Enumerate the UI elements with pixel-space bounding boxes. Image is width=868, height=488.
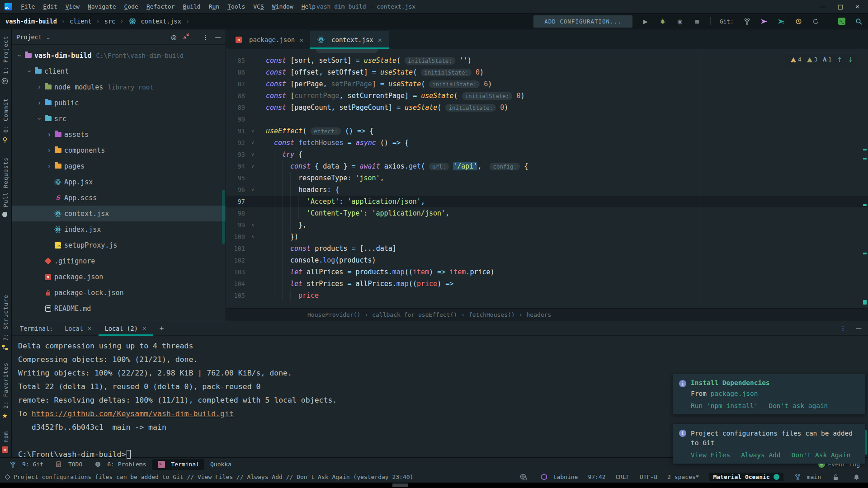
run-with-coverage-icon[interactable]: ◉ [676,17,684,25]
code-line-105[interactable]: 105price [226,290,868,301]
notification-action[interactable]: Run 'npm install' [691,402,758,409]
fold-marker-icon[interactable]: ∧ [248,219,258,231]
readonly-toggle[interactable] [831,474,842,480]
tree-chevron-icon[interactable]: › [15,52,24,60]
code-line-98[interactable]: 98'Content-Type': 'application/json', [226,207,868,219]
tool-stripe-npm[interactable]: npmn [0,431,11,453]
tree-chevron-icon[interactable]: › [45,146,53,155]
notification-card[interactable]: iInstall DependenciesFrom package.jsonRu… [673,374,865,414]
ai-assistant[interactable] [519,474,530,480]
breadcrumb-item[interactable]: vash-dim-build [5,18,57,25]
fold-marker-icon[interactable]: ∨ [248,125,258,137]
terminal-tab-local[interactable]: Local× [58,321,99,336]
notification-action[interactable]: Always Add [741,451,780,459]
terminal-hide-icon[interactable]: — [856,325,862,332]
rollback-icon[interactable] [811,17,820,25]
search-everywhere-icon[interactable] [854,17,863,25]
code-line-97[interactable]: 97'Accept': 'application/json', [226,196,868,207]
tool-stripe-1-project[interactable]: 1: Project [0,36,11,84]
code-line-87[interactable]: 87const [perPage, setPerPage] = useState… [226,78,868,90]
code-line-100[interactable]: 100∧}) [226,231,868,243]
code-line-92[interactable]: 92∨const fetchHouses = async () => { [226,137,868,149]
tool-stripe-pull-requests[interactable]: Pull Requests [0,157,11,217]
menu-edit[interactable]: Edit [39,3,61,10]
code-line-102[interactable]: 102console.log(products) [226,254,868,266]
project-panel-title[interactable]: Project [16,33,42,41]
minimize-button[interactable]: — [820,3,826,10]
menu-file[interactable]: File [17,3,39,10]
menu-window[interactable]: Window [268,3,297,10]
tabnine[interactable]: tabnine [540,474,578,480]
breadcrumb-item[interactable]: context.jsx [141,18,181,25]
code-line-104[interactable]: 104let strPrices = allPrices.map((price)… [226,278,868,290]
menu-tools[interactable]: Tools [223,3,249,10]
notification-action[interactable]: Don't Ask Again [792,451,851,459]
add-configuration-button[interactable]: ADD CONFIGURATION... [533,15,632,28]
menu-code[interactable]: Code [120,3,142,10]
terminal-link[interactable]: https://github.com/Keysamm/vash-dim-buil… [32,409,234,418]
status-message[interactable]: Project configurations files can be adde… [5,474,413,480]
code-line-90[interactable]: 90 [226,113,868,125]
tree-item-client[interactable]: ›client [12,63,226,79]
menu-refactor[interactable]: Refactor [142,3,179,10]
tool-stripe-2-favorites[interactable]: 2: Favorites★ [0,362,11,419]
editor-tab-package-json[interactable]: npackage.json× [228,31,310,49]
stop-icon[interactable]: ■ [693,17,701,25]
tree-item-index-jsx[interactable]: index.jsx [12,221,226,237]
tree-item-package-json[interactable]: npackage.json [12,269,226,285]
menu-run[interactable]: Run [205,3,223,10]
breadcrumb-item[interactable]: src [104,18,115,25]
tree-item-pages[interactable]: ›pages [12,158,226,174]
tree-item-package-lock-json[interactable]: package-lock.json [12,285,226,300]
tree-item-src[interactable]: ›src [12,111,226,127]
terminal-tab-local-2-[interactable]: Local (2)× [99,321,153,336]
notification-card[interactable]: iProject configurations files can be add… [673,424,865,464]
tree-chevron-icon[interactable]: › [35,99,43,107]
fold-marker-icon[interactable]: ∨ [248,137,258,149]
collapse-panel-icon[interactable] [183,33,189,41]
theme[interactable]: Material Oceanic [709,473,783,481]
tree-item--gitignore[interactable]: .gitignore [12,253,226,269]
notification-action[interactable]: Don't ask again [769,402,828,409]
code-line-103[interactable]: 103let allPrices = products.map((item) =… [226,266,868,278]
tree-item-public[interactable]: ›public [12,95,226,111]
fold-marker-icon[interactable]: ∨ [248,149,258,160]
close-tab-icon[interactable]: × [377,37,382,43]
close-tab-icon[interactable]: × [87,325,92,332]
code-breadcrumb-item[interactable]: callback for useEffect() [372,311,457,318]
locate-file-icon[interactable]: ◎ [171,33,176,41]
code-line-86[interactable]: 86const [offset, setOffset] = useState( … [226,66,868,78]
code-line-88[interactable]: 88const [currentPage, setCurrentPage] = … [226,90,868,102]
menu-build[interactable]: Build [179,3,205,10]
terminal-options-kebab-icon[interactable]: ⋮ [840,325,846,332]
code-line-89[interactable]: 89const [pageCount, setPageCount] = useS… [226,102,868,113]
breadcrumb-item[interactable]: client [70,18,92,25]
close-button[interactable]: × [855,3,860,10]
tree-chevron-icon[interactable]: › [45,131,53,139]
project-scrollbar[interactable] [222,190,225,244]
code-line-95[interactable]: 95responseType: 'json', [226,172,868,184]
code-line-93[interactable]: 93∨try { [226,149,868,160]
code-line-101[interactable]: 101const products = [...data] [226,243,868,254]
tree-chevron-icon[interactable]: › [25,67,33,75]
fold-marker-icon[interactable]: ∧ [248,231,258,243]
hide-panel-icon[interactable]: — [215,33,222,41]
git-update-icon[interactable] [760,17,768,25]
tree-item-app-scss[interactable]: SApp.scss [12,190,226,206]
caret-position[interactable]: 97:42 [588,474,605,480]
history-icon[interactable] [794,17,802,25]
terminal-toolbar-icon[interactable]: >_ [838,18,845,25]
debug-bug-icon[interactable] [659,17,667,25]
tree-item-assets[interactable]: ›assets [12,127,226,142]
next-issue-icon[interactable]: ↓ [848,54,853,66]
new-terminal-icon[interactable]: + [153,324,170,333]
menu-view[interactable]: View [61,3,84,10]
tree-item-components[interactable]: ›components [12,142,226,158]
git-branch-icon[interactable] [743,17,751,25]
menu-navigate[interactable]: Navigate [84,3,120,10]
code-line-94[interactable]: 94∨const { data } = await axios.get( url… [226,160,868,172]
encoding[interactable]: UTF-8 [640,474,657,480]
tool-stripe-7-structure[interactable]: 7: Structure [0,295,11,351]
code-breadcrumb-item[interactable]: headers [526,311,551,318]
tree-item-vash-dim-build[interactable]: ›vash-dim-buildC:\Front\vash-dim-build [12,47,226,63]
